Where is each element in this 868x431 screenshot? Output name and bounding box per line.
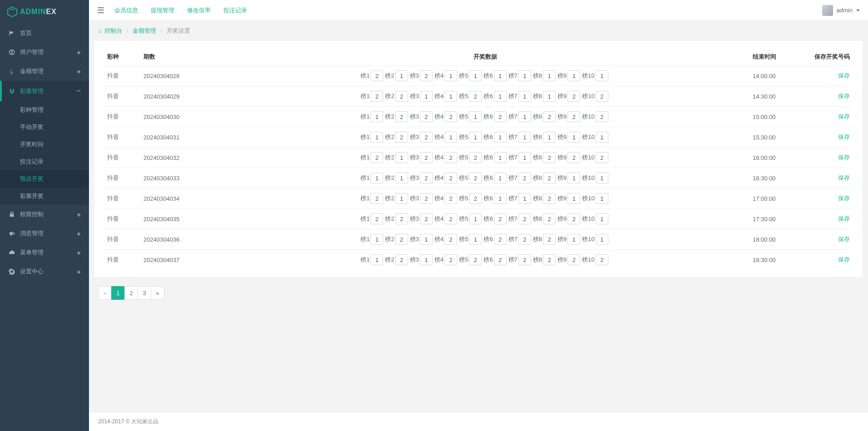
breadcrumb-home[interactable]: 控制台 — [104, 27, 122, 34]
rank-input[interactable] — [395, 234, 408, 245]
rank-input[interactable] — [370, 254, 383, 265]
save-button[interactable]: 保存 — [838, 215, 850, 222]
rank-input[interactable] — [596, 234, 608, 245]
rank-input[interactable] — [567, 111, 580, 122]
rank-input[interactable] — [420, 70, 433, 81]
rank-input[interactable] — [596, 152, 608, 163]
rank-input[interactable] — [444, 213, 457, 224]
rank-input[interactable] — [469, 111, 482, 122]
sidebar-item[interactable]: 设置中心+ — [0, 262, 89, 281]
rank-input[interactable] — [370, 152, 383, 163]
sidebar-item[interactable]: 消息管理+ — [0, 224, 89, 243]
rank-input[interactable] — [444, 193, 457, 204]
rank-input[interactable] — [596, 132, 608, 143]
rank-input[interactable] — [518, 152, 531, 163]
rank-input[interactable] — [370, 234, 383, 245]
rank-input[interactable] — [444, 132, 457, 143]
rank-input[interactable] — [444, 91, 457, 102]
rank-input[interactable] — [543, 91, 556, 102]
rank-input[interactable] — [596, 70, 608, 81]
rank-input[interactable] — [543, 152, 556, 163]
rank-input[interactable] — [444, 70, 457, 81]
user-menu[interactable]: admin — [822, 5, 860, 16]
top-tab[interactable]: 投注记录 — [222, 4, 248, 17]
save-button[interactable]: 保存 — [838, 174, 850, 181]
rank-input[interactable] — [494, 193, 507, 204]
rank-input[interactable] — [469, 213, 482, 224]
rank-input[interactable] — [596, 91, 608, 102]
top-tab[interactable]: 修改倍率 — [186, 4, 212, 17]
rank-input[interactable] — [469, 70, 482, 81]
rank-input[interactable] — [444, 152, 457, 163]
page-next[interactable]: » — [151, 286, 164, 300]
sidebar-subitem[interactable]: 彩票开奖 — [0, 188, 89, 205]
sidebar-item[interactable]: 权限控制+ — [0, 205, 89, 224]
rank-input[interactable] — [444, 111, 457, 122]
sidebar-item[interactable]: 用户管理+ — [0, 43, 89, 62]
rank-input[interactable] — [596, 111, 608, 122]
sidebar-item[interactable]: 金额管理+ — [0, 62, 89, 81]
rank-input[interactable] — [567, 234, 580, 245]
rank-input[interactable] — [395, 254, 408, 265]
rank-input[interactable] — [395, 91, 408, 102]
rank-input[interactable] — [469, 193, 482, 204]
save-button[interactable]: 保存 — [838, 93, 850, 99]
rank-input[interactable] — [596, 193, 608, 204]
save-button[interactable]: 保存 — [838, 195, 850, 202]
rank-input[interactable] — [543, 70, 556, 81]
rank-input[interactable] — [567, 152, 580, 163]
rank-input[interactable] — [543, 132, 556, 143]
rank-input[interactable] — [420, 111, 433, 122]
rank-input[interactable] — [494, 111, 507, 122]
rank-input[interactable] — [567, 173, 580, 183]
rank-input[interactable] — [518, 213, 531, 224]
rank-input[interactable] — [518, 70, 531, 81]
rank-input[interactable] — [395, 152, 408, 163]
rank-input[interactable] — [444, 234, 457, 245]
save-button[interactable]: 保存 — [838, 113, 850, 120]
rank-input[interactable] — [420, 193, 433, 204]
rank-input[interactable] — [469, 91, 482, 102]
rank-input[interactable] — [494, 213, 507, 224]
rank-input[interactable] — [518, 193, 531, 204]
rank-input[interactable] — [420, 173, 433, 183]
top-tab[interactable]: 提现管理 — [150, 4, 175, 17]
rank-input[interactable] — [596, 254, 608, 265]
sidebar-subitem[interactable]: 彩种管理 — [0, 101, 89, 119]
sidebar-item[interactable]: 菜单管理+ — [0, 243, 89, 262]
rank-input[interactable] — [543, 193, 556, 204]
rank-input[interactable] — [370, 213, 383, 224]
rank-input[interactable] — [567, 254, 580, 265]
rank-input[interactable] — [518, 132, 531, 143]
save-button[interactable]: 保存 — [838, 134, 850, 140]
rank-input[interactable] — [370, 111, 383, 122]
rank-input[interactable] — [420, 213, 433, 224]
rank-input[interactable] — [420, 234, 433, 245]
rank-input[interactable] — [395, 213, 408, 224]
rank-input[interactable] — [596, 213, 608, 224]
rank-input[interactable] — [370, 193, 383, 204]
sidebar-item[interactable]: 彩票管理− — [0, 81, 89, 101]
rank-input[interactable] — [395, 173, 408, 183]
rank-input[interactable] — [494, 132, 507, 143]
save-button[interactable]: 保存 — [838, 154, 850, 161]
rank-input[interactable] — [567, 193, 580, 204]
rank-input[interactable] — [543, 254, 556, 265]
rank-input[interactable] — [370, 70, 383, 81]
rank-input[interactable] — [518, 173, 531, 183]
rank-input[interactable] — [469, 152, 482, 163]
rank-input[interactable] — [518, 91, 531, 102]
rank-input[interactable] — [494, 70, 507, 81]
sidebar-subitem[interactable]: 手动开奖 — [0, 119, 89, 136]
rank-input[interactable] — [567, 91, 580, 102]
rank-input[interactable] — [370, 91, 383, 102]
sidebar-subitem[interactable]: 开奖时间 — [0, 136, 89, 153]
page-number[interactable]: 1 — [111, 286, 125, 300]
rank-input[interactable] — [395, 111, 408, 122]
rank-input[interactable] — [518, 254, 531, 265]
rank-input[interactable] — [494, 234, 507, 245]
rank-input[interactable] — [518, 234, 531, 245]
rank-input[interactable] — [543, 173, 556, 183]
rank-input[interactable] — [494, 91, 507, 102]
rank-input[interactable] — [395, 193, 408, 204]
